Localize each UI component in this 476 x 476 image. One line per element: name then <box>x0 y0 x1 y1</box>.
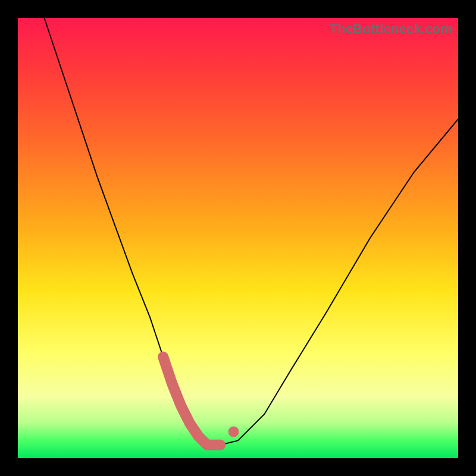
chart-plot-area: TheBottleneck.com <box>18 18 458 458</box>
curve-line <box>44 18 458 445</box>
marker-dot <box>228 427 239 437</box>
highlight-segment <box>163 357 220 445</box>
watermark-text: TheBottleneck.com <box>330 21 452 37</box>
chart-svg <box>18 18 458 458</box>
